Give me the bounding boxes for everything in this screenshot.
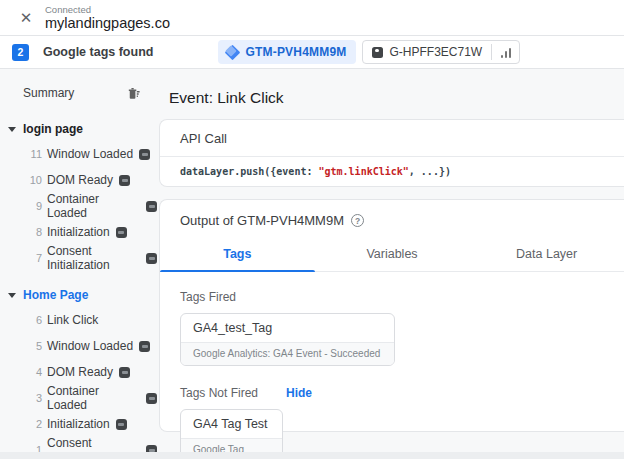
event-number: 8 [0, 226, 42, 238]
event-number: 2 [0, 418, 42, 430]
event-number: 4 [0, 366, 42, 378]
sidebar-event-container-loaded[interactable]: 3Container Loaded [0, 385, 157, 411]
hide-link[interactable]: Hide [286, 386, 312, 400]
event-number: 7 [0, 252, 42, 264]
tags-fired-label: Tags Fired [180, 290, 624, 304]
ga4-tag-chip[interactable]: G-HPFF3EC71W [362, 40, 520, 64]
sidebar-group-login-page[interactable]: login page [0, 117, 157, 141]
tags-found-bar: 2 Google tags found GTM-PVH4MM9M G-HPFF3… [0, 36, 624, 69]
sidebar-event-dom-ready[interactable]: 4DOM Ready [0, 359, 157, 385]
sidebar-event-window-loaded[interactable]: 11Window Loaded [0, 141, 157, 167]
chip-divider [491, 44, 492, 60]
event-number: 3 [0, 392, 42, 404]
tag-name: GA4 Tag Test [181, 410, 282, 439]
summary-label: Summary [23, 86, 74, 100]
container-badge-icon [139, 149, 150, 160]
sidebar-event-dom-ready[interactable]: 10DOM Ready [0, 167, 157, 193]
output-title: Output of GTM-PVH4MM9M [180, 213, 344, 228]
container-output-card: Output of GTM-PVH4MM9M ? TagsVariablesDa… [159, 199, 624, 432]
event-label: DOM Ready [47, 173, 113, 187]
tag-assistant-window: ✕ Connected mylandingpages.co 2 Google t… [0, 0, 624, 459]
tab-variables[interactable]: Variables [315, 239, 470, 271]
clear-list-icon[interactable] [126, 86, 141, 101]
event-label: Container Loaded [47, 384, 140, 412]
event-label: DOM Ready [47, 365, 113, 379]
sidebar-event-container-loaded[interactable]: 9Container Loaded [0, 193, 157, 219]
event-sidebar: Summary login page11Window Loaded10DOM R… [0, 69, 157, 458]
tag-count-badge: 2 [12, 44, 29, 61]
ga4-measurement-id: G-HPFF3EC71W [390, 45, 483, 59]
help-icon[interactable]: ? [351, 214, 364, 227]
event-label: Window Loaded [47, 339, 133, 353]
gtm-container-chip[interactable]: GTM-PVH4MM9M [218, 40, 355, 64]
signal-bars-icon[interactable] [499, 47, 513, 58]
event-label: Initialization [47, 225, 110, 239]
output-tabs: TagsVariablesData Layer [160, 239, 624, 272]
event-number: 6 [0, 314, 42, 326]
content-area: Summary login page11Window Loaded10DOM R… [0, 69, 624, 458]
api-call-card: API Call dataLayer.push({event: "gtm.lin… [159, 119, 624, 187]
event-label: Window Loaded [47, 147, 133, 161]
event-number: 5 [0, 340, 42, 352]
tags-found-label: Google tags found [43, 45, 153, 59]
container-badge-icon [146, 253, 157, 264]
datalayer-code: dataLayer.push({event: "gtm.linkClick", … [160, 157, 624, 186]
container-badge-icon [119, 175, 130, 186]
event-label: Link Click [47, 313, 98, 327]
gtm-container-id: GTM-PVH4MM9M [245, 45, 346, 59]
output-title-row: Output of GTM-PVH4MM9M ? [160, 200, 624, 239]
connection-status: Connected [45, 5, 170, 15]
sidebar-event-window-loaded[interactable]: 5Window Loaded [0, 333, 157, 359]
sidebar-item-summary[interactable]: Summary [0, 81, 157, 105]
event-number: 10 [0, 174, 42, 186]
event-number: 9 [0, 200, 42, 212]
connection-header: ✕ Connected mylandingpages.co [0, 0, 624, 36]
fired-tag-card-ga4_test_tag[interactable]: GA4_test_TagGoogle Analytics: GA4 Event … [180, 313, 395, 366]
event-number: 11 [0, 148, 42, 160]
close-icon[interactable]: ✕ [11, 3, 41, 33]
event-label: Container Loaded [47, 192, 140, 220]
sidebar-event-initialization[interactable]: 8Initialization [0, 219, 157, 245]
chevron-down-icon [8, 127, 16, 132]
bottom-scroll-track [0, 452, 624, 459]
tag-type-status: Google Analytics: GA4 Event - Succeeded [181, 343, 394, 365]
event-detail-panel: Event: Link Click API Call dataLayer.pus… [157, 69, 624, 458]
container-badge-icon [146, 393, 157, 404]
code-string-literal: "gtm.linkClick" [318, 166, 408, 177]
api-call-title: API Call [160, 120, 624, 157]
tab-tags[interactable]: Tags [160, 239, 315, 271]
container-badge-icon [116, 419, 127, 430]
tag-name: GA4_test_Tag [181, 314, 394, 343]
tab-data-layer[interactable]: Data Layer [469, 239, 624, 271]
sidebar-event-consent-initialization[interactable]: 7Consent Initialization [0, 245, 157, 271]
site-name: mylandingpages.co [45, 16, 170, 32]
container-badge-icon [116, 227, 127, 238]
tags-not-fired-label: Tags Not Fired [180, 386, 258, 400]
gtm-diamond-icon [227, 47, 238, 58]
event-label: Consent Initialization [47, 244, 140, 272]
chevron-down-icon [8, 293, 16, 298]
site-block: Connected mylandingpages.co [45, 3, 170, 32]
container-badge-icon [119, 367, 130, 378]
sidebar-event-initialization[interactable]: 2Initialization [0, 411, 157, 437]
container-badge-icon [139, 341, 150, 352]
tags-tab-panel: Tags Fired GA4_test_TagGoogle Analytics:… [160, 272, 624, 459]
event-label: Initialization [47, 417, 110, 431]
sidebar-event-link-click[interactable]: 6Link Click [0, 307, 157, 333]
tags-not-fired-row: Tags Not Fired Hide [180, 386, 624, 400]
sidebar-group-home-page[interactable]: Home Page [0, 283, 157, 307]
google-tag-icon [372, 47, 383, 58]
container-badge-icon [146, 201, 157, 212]
page-title: Event: Link Click [157, 89, 624, 107]
